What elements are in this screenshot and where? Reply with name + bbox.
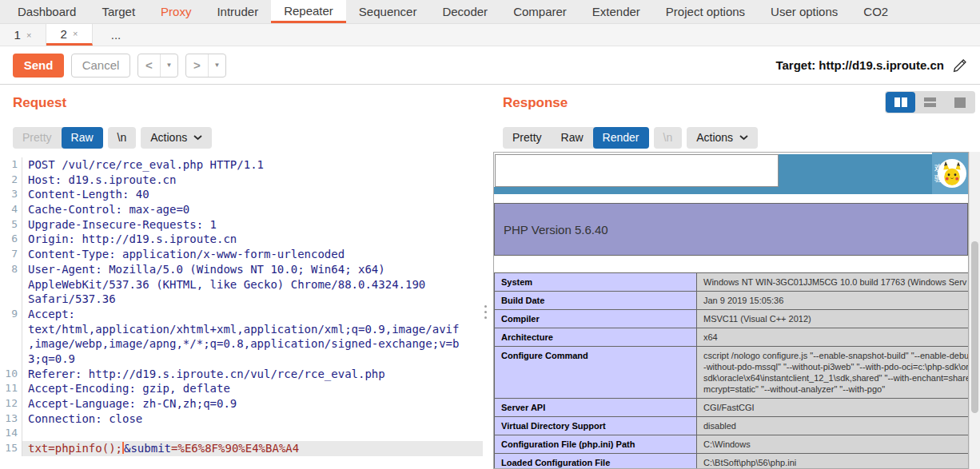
request-editor[interactable]: 1POST /vul/rce/rce_eval.php HTTP/1.1 2Ho… <box>0 157 483 469</box>
menu-item-proxy[interactable]: Proxy <box>148 0 204 23</box>
tab-label: 1 <box>14 28 21 42</box>
menu-item-user-options[interactable]: User options <box>758 0 851 23</box>
tab-pretty[interactable]: Pretty <box>503 127 552 149</box>
request-panel: Request Pretty Raw \n Actions 1POST /vul… <box>0 85 483 469</box>
close-icon[interactable]: × <box>26 30 31 40</box>
actions-menu-button[interactable]: Actions <box>687 127 758 149</box>
line-number: 12 <box>0 396 22 411</box>
response-scrollbar[interactable] <box>969 152 980 469</box>
repeater-tab-1[interactable]: 1 × <box>0 24 46 46</box>
actions-label: Actions <box>150 127 187 149</box>
send-button[interactable]: Send <box>13 54 64 78</box>
table-row: Build Date Jan 9 2019 15:05:36 <box>495 292 970 310</box>
request-line: 12Accept-Language: zh-CN,zh;q=0.9 <box>0 396 483 411</box>
body-param-value: =%E6%8F%90%E4%BA%A4 <box>171 442 299 455</box>
line-text: Safari/537.36 <box>22 292 483 307</box>
tab-raw[interactable]: Raw <box>552 127 593 149</box>
repeater-tab-bar: 1 × 2 × ... <box>0 24 980 46</box>
actions-label: Actions <box>696 127 733 149</box>
table-row: Compiler MSVC11 (Visual C++ 2012) <box>495 310 970 328</box>
line-text: POST /vul/rce/rce_eval.php HTTP/1.1 <box>22 157 483 173</box>
next-dropdown-icon[interactable]: ▼ <box>209 62 225 69</box>
rows-layout-button[interactable] <box>915 92 945 113</box>
line-number: 2 <box>0 173 22 188</box>
pikachu-logo-icon <box>938 159 966 188</box>
columns-layout-button[interactable] <box>886 92 915 113</box>
row-key: System <box>495 273 697 292</box>
line-number: 11 <box>0 381 22 396</box>
request-line: 9Accept: <box>0 307 483 322</box>
menu-item-target[interactable]: Target <box>89 0 148 23</box>
tab-newline-toggle[interactable]: \n <box>654 127 683 149</box>
page-text-input[interactable] <box>495 154 779 187</box>
cancel-button[interactable]: Cancel <box>71 54 130 78</box>
line-number: 1 <box>0 157 22 173</box>
layout-toggle-group <box>885 91 975 113</box>
tab-newline-toggle[interactable]: \n <box>108 127 137 149</box>
request-body-line: 15 txt=phpinfo();&submit=%E6%8F%90%E4%BA… <box>0 441 483 456</box>
menu-item-sequencer[interactable]: Sequencer <box>346 0 430 23</box>
line-number: 4 <box>0 202 22 217</box>
scrollbar-thumb[interactable] <box>971 241 978 413</box>
pencil-icon[interactable] <box>952 57 969 74</box>
table-row: Server API CGI/FastCGI <box>495 399 970 417</box>
menu-item-comparer[interactable]: Comparer <box>500 0 580 23</box>
table-row: Configuration File (php.ini) Path C:\Win… <box>495 435 970 454</box>
new-tab-label: ... <box>111 28 122 42</box>
repeater-toolbar: Send Cancel < ▼ > ▼ Target: http://d19.s… <box>0 46 980 85</box>
request-line: 6Origin: http://d19.s.iproute.cn <box>0 232 483 247</box>
tab-render[interactable]: Render <box>593 127 649 149</box>
request-line: 3Content-Length: 40 <box>0 187 483 202</box>
row-value: disabled <box>697 417 970 435</box>
line-text: Host: d19.s.iproute.cn <box>22 173 483 188</box>
actions-menu-button[interactable]: Actions <box>141 127 212 149</box>
menu-item-dashboard[interactable]: Dashboard <box>5 0 89 23</box>
previous-request-button[interactable]: < <box>138 58 160 72</box>
line-text: Cache-Control: max-age=0 <box>22 202 483 217</box>
menu-item-intruder[interactable]: Intruder <box>204 0 271 23</box>
repeater-tab-new[interactable]: ... <box>93 24 139 46</box>
tab-label: 2 <box>61 27 67 41</box>
line-number: 10 <box>0 367 22 382</box>
request-view-tabs: Pretty Raw \n Actions <box>13 127 212 149</box>
close-icon[interactable]: × <box>73 29 78 38</box>
request-line: 5Upgrade-Insecure-Requests: 1 <box>0 217 483 233</box>
burp-repeater-window: Dashboard Target Proxy Intruder Repeater… <box>0 0 980 469</box>
splitter-handle-icon[interactable] <box>484 305 487 319</box>
request-line: 14 <box>0 426 483 441</box>
tab-pretty[interactable]: Pretty <box>13 127 62 149</box>
response-view-group: Pretty Raw Render <box>503 127 649 149</box>
table-row: Virtual Directory Support disabled <box>495 417 970 435</box>
php-version-header: PHP Version 5.6.40 <box>494 203 968 256</box>
row-key: Configuration File (php.ini) Path <box>495 435 697 454</box>
single-layout-icon <box>954 97 966 108</box>
single-layout-button[interactable] <box>945 92 974 113</box>
target-url-label: Target: http://d19.s.iproute.cn <box>775 58 944 72</box>
menu-item-repeater[interactable]: Repeater <box>271 0 346 23</box>
row-value: MSVC11 (Visual C++ 2012) <box>697 310 970 328</box>
tab-raw[interactable]: Raw <box>62 127 103 149</box>
columns-layout-icon <box>902 97 907 107</box>
request-line: 8User-Agent: Mozilla/5.0 (Windows NT 10.… <box>0 262 483 277</box>
line-number: 15 <box>0 441 22 456</box>
line-number <box>0 336 22 352</box>
line-text: txt=phpinfo();&submit=%E6%8F%90%E4%BA%A4 <box>22 441 483 456</box>
row-key: Virtual Directory Support <box>495 417 697 435</box>
line-text <box>22 426 483 441</box>
previous-dropdown-icon[interactable]: ▼ <box>161 62 177 69</box>
body-param-name: &submit <box>124 442 171 455</box>
menu-item-project-options[interactable]: Project options <box>653 0 758 23</box>
next-request-button[interactable]: > <box>186 58 208 72</box>
menu-item-extender[interactable]: Extender <box>580 0 653 23</box>
request-line: text/html,application/xhtml+xml,applicat… <box>0 322 483 337</box>
line-number <box>0 322 22 337</box>
page-logo-area: 欢迎 骚年 <box>932 153 968 194</box>
menu-item-decoder[interactable]: Decoder <box>429 0 500 23</box>
row-value: cscript /nologo configure.js "--enable-s… <box>697 347 970 399</box>
columns-layout-icon <box>894 97 900 107</box>
repeater-tab-2[interactable]: 2 × <box>46 24 93 46</box>
response-view-tabs: Pretty Raw Render \n Actions <box>503 127 758 149</box>
menu-item-co2[interactable]: CO2 <box>851 0 901 23</box>
line-text: Content-Type: application/x-www-form-url… <box>22 247 483 262</box>
back-button-group: < ▼ <box>137 54 178 78</box>
